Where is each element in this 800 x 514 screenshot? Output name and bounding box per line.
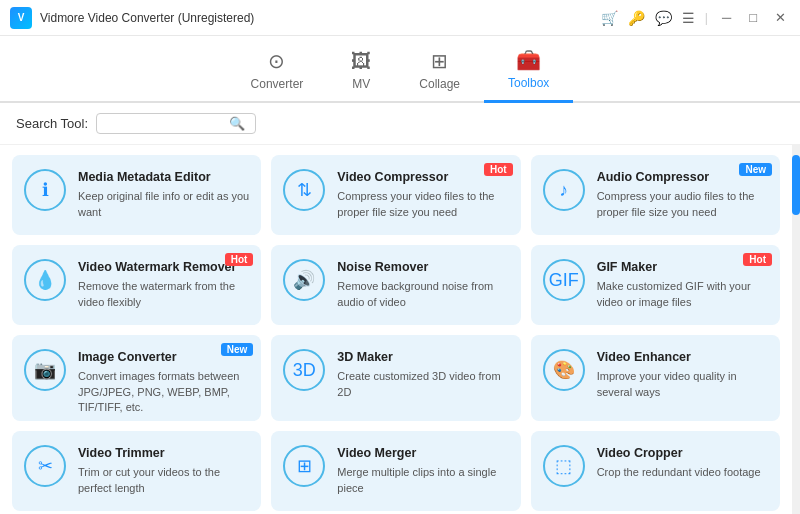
tool-icon-media-metadata-editor: ℹ <box>24 169 66 211</box>
menu-icon[interactable]: ☰ <box>682 10 695 26</box>
tool-card-video-merger[interactable]: ⊞ Video Merger Merge multiple clips into… <box>271 431 520 511</box>
tool-title-gif-maker: GIF Maker <box>597 259 768 275</box>
tab-converter-label: Converter <box>251 77 304 91</box>
cart-icon[interactable]: 🛒 <box>601 10 618 26</box>
scrollbar[interactable] <box>792 145 800 514</box>
tool-info-image-converter: Image Converter Convert images formats b… <box>78 349 249 415</box>
tool-icon-video-enhancer: 🎨 <box>543 349 585 391</box>
tool-card-audio-compressor[interactable]: New ♪ Audio Compressor Compress your aud… <box>531 155 780 235</box>
tool-card-3d-maker[interactable]: 3D 3D Maker Create customized 3D video f… <box>271 335 520 421</box>
converter-icon: ⊙ <box>268 49 285 73</box>
tool-info-video-trimmer: Video Trimmer Trim or cut your videos to… <box>78 445 249 496</box>
tool-desc-image-converter: Convert images formats between JPG/JPEG,… <box>78 369 249 415</box>
tool-icon-image-converter: 📷 <box>24 349 66 391</box>
search-icon[interactable]: 🔍 <box>229 116 245 131</box>
tool-desc-gif-maker: Make customized GIF with your video or i… <box>597 279 768 310</box>
tool-title-video-watermark-remover: Video Watermark Remover <box>78 259 249 275</box>
title-bar-right: 🛒 🔑 💬 ☰ | ─ □ ✕ <box>601 10 790 26</box>
search-input[interactable] <box>105 117 225 131</box>
tool-info-media-metadata-editor: Media Metadata Editor Keep original file… <box>78 169 249 220</box>
tool-icon-gif-maker: GIF <box>543 259 585 301</box>
tool-desc-video-compressor: Compress your video files to the proper … <box>337 189 508 220</box>
tool-card-noise-remover[interactable]: 🔊 Noise Remover Remove background noise … <box>271 245 520 325</box>
tool-desc-audio-compressor: Compress your audio files to the proper … <box>597 189 768 220</box>
tool-title-media-metadata-editor: Media Metadata Editor <box>78 169 249 185</box>
badge-gif-maker: Hot <box>743 253 772 266</box>
divider: | <box>705 11 708 25</box>
search-input-wrap: 🔍 <box>96 113 256 134</box>
maximize-button[interactable]: □ <box>745 10 761 25</box>
chat-icon[interactable]: 💬 <box>655 10 672 26</box>
tool-icon-video-cropper: ⬚ <box>543 445 585 487</box>
tab-bar: ⊙ Converter 🖼 MV ⊞ Collage 🧰 Toolbox <box>0 36 800 103</box>
toolbox-icon: 🧰 <box>516 48 541 72</box>
tool-icon-video-compressor: ⇅ <box>283 169 325 211</box>
tool-title-3d-maker: 3D Maker <box>337 349 508 365</box>
app-logo: V <box>10 7 32 29</box>
tool-info-video-merger: Video Merger Merge multiple clips into a… <box>337 445 508 496</box>
tab-mv[interactable]: 🖼 MV <box>327 46 395 101</box>
tool-desc-video-enhancer: Improve your video quality in several wa… <box>597 369 768 400</box>
tool-card-media-metadata-editor[interactable]: ℹ Media Metadata Editor Keep original fi… <box>12 155 261 235</box>
key-icon[interactable]: 🔑 <box>628 10 645 26</box>
badge-image-converter: New <box>221 343 254 356</box>
tool-card-gif-maker[interactable]: Hot GIF GIF Maker Make customized GIF wi… <box>531 245 780 325</box>
tool-info-noise-remover: Noise Remover Remove background noise fr… <box>337 259 508 310</box>
tool-card-video-compressor[interactable]: Hot ⇅ Video Compressor Compress your vid… <box>271 155 520 235</box>
tool-card-video-watermark-remover[interactable]: Hot 💧 Video Watermark Remover Remove the… <box>12 245 261 325</box>
tool-info-video-compressor: Video Compressor Compress your video fil… <box>337 169 508 220</box>
mv-icon: 🖼 <box>351 50 371 73</box>
search-label: Search Tool: <box>16 116 88 131</box>
tool-icon-video-trimmer: ✂ <box>24 445 66 487</box>
title-bar: V Vidmore Video Converter (Unregistered)… <box>0 0 800 36</box>
tool-desc-video-trimmer: Trim or cut your videos to the perfect l… <box>78 465 249 496</box>
tab-toolbox[interactable]: 🧰 Toolbox <box>484 44 573 103</box>
tool-title-video-compressor: Video Compressor <box>337 169 508 185</box>
tool-title-video-cropper: Video Cropper <box>597 445 768 461</box>
tool-card-video-enhancer[interactable]: 🎨 Video Enhancer Improve your video qual… <box>531 335 780 421</box>
app-title: Vidmore Video Converter (Unregistered) <box>40 11 254 25</box>
tab-toolbox-label: Toolbox <box>508 76 549 90</box>
tool-info-3d-maker: 3D Maker Create customized 3D video from… <box>337 349 508 400</box>
tool-desc-video-cropper: Crop the redundant video footage <box>597 465 768 480</box>
tool-title-video-merger: Video Merger <box>337 445 508 461</box>
tool-info-video-cropper: Video Cropper Crop the redundant video f… <box>597 445 768 481</box>
collage-icon: ⊞ <box>431 49 448 73</box>
tools-grid: ℹ Media Metadata Editor Keep original fi… <box>0 145 792 514</box>
tool-desc-media-metadata-editor: Keep original file info or edit as you w… <box>78 189 249 220</box>
tool-icon-video-merger: ⊞ <box>283 445 325 487</box>
tool-desc-video-merger: Merge multiple clips into a single piece <box>337 465 508 496</box>
tool-desc-video-watermark-remover: Remove the watermark from the video flex… <box>78 279 249 310</box>
badge-video-compressor: Hot <box>484 163 513 176</box>
tool-card-video-trimmer[interactable]: ✂ Video Trimmer Trim or cut your videos … <box>12 431 261 511</box>
badge-video-watermark-remover: Hot <box>225 253 254 266</box>
tool-desc-3d-maker: Create customized 3D video from 2D <box>337 369 508 400</box>
tool-title-noise-remover: Noise Remover <box>337 259 508 275</box>
tool-card-video-cropper[interactable]: ⬚ Video Cropper Crop the redundant video… <box>531 431 780 511</box>
close-button[interactable]: ✕ <box>771 10 790 25</box>
title-bar-left: V Vidmore Video Converter (Unregistered) <box>10 7 254 29</box>
tab-mv-label: MV <box>352 77 370 91</box>
tool-title-video-trimmer: Video Trimmer <box>78 445 249 461</box>
tool-icon-video-watermark-remover: 💧 <box>24 259 66 301</box>
search-bar: Search Tool: 🔍 <box>0 103 800 145</box>
tab-collage[interactable]: ⊞ Collage <box>395 45 484 101</box>
tool-info-gif-maker: GIF Maker Make customized GIF with your … <box>597 259 768 310</box>
tool-icon-audio-compressor: ♪ <box>543 169 585 211</box>
tab-converter[interactable]: ⊙ Converter <box>227 45 328 101</box>
tool-desc-noise-remover: Remove background noise from audio of vi… <box>337 279 508 310</box>
tool-info-video-enhancer: Video Enhancer Improve your video qualit… <box>597 349 768 400</box>
main-content: ℹ Media Metadata Editor Keep original fi… <box>0 145 800 514</box>
tool-title-video-enhancer: Video Enhancer <box>597 349 768 365</box>
minimize-button[interactable]: ─ <box>718 10 735 25</box>
tool-icon-noise-remover: 🔊 <box>283 259 325 301</box>
scrollbar-thumb <box>792 155 800 215</box>
tab-collage-label: Collage <box>419 77 460 91</box>
tool-icon-3d-maker: 3D <box>283 349 325 391</box>
badge-audio-compressor: New <box>739 163 772 176</box>
tool-card-image-converter[interactable]: New 📷 Image Converter Convert images for… <box>12 335 261 421</box>
tool-info-audio-compressor: Audio Compressor Compress your audio fil… <box>597 169 768 220</box>
tool-info-video-watermark-remover: Video Watermark Remover Remove the water… <box>78 259 249 310</box>
